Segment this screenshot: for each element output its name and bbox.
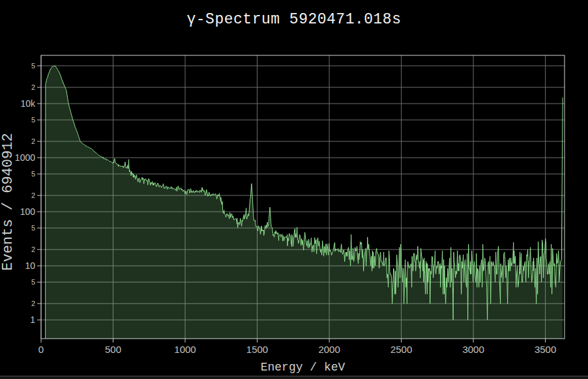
y-tick-label: 2	[31, 246, 35, 253]
x-tick-label: 3000	[462, 344, 484, 355]
y-tick-label: 2	[31, 83, 35, 91]
y-tick-label: 10k	[20, 98, 36, 109]
x-tick-label: 0	[38, 344, 44, 355]
x-tick-label: 3500	[535, 344, 556, 355]
y-tick-label: 2	[31, 300, 35, 307]
y-tick-label: 5	[31, 116, 35, 124]
y-tick-label: 1	[30, 315, 35, 325]
x-tick-label: 2000	[318, 344, 340, 355]
y-tick-label: 100	[20, 206, 36, 217]
y-tick-label: 10	[25, 260, 35, 271]
y-tick-label: 5	[31, 62, 35, 70]
y-tick-label: 2	[31, 137, 35, 145]
y-tick-label: 5	[31, 224, 35, 232]
bottom-bar	[0, 376, 588, 379]
x-axis-title: Energy / keV	[41, 361, 565, 374]
x-tick-label: 500	[105, 344, 121, 355]
x-tick-label: 1000	[174, 344, 196, 355]
x-tick-label: 1500	[246, 344, 268, 355]
spectrum-area-fill	[46, 66, 563, 339]
y-tick-label: 1000	[15, 152, 35, 163]
spectrum-plot[interactable]: 12510251002510002510k2505001000150020002…	[0, 0, 588, 365]
app-window: γ-Spectrum 5920471.018s Events / 6940912…	[0, 0, 588, 379]
y-tick-label: 2	[31, 191, 35, 199]
y-tick-label: 5	[31, 278, 35, 286]
x-tick-label: 2500	[390, 344, 412, 355]
y-tick-label: 5	[31, 170, 35, 178]
